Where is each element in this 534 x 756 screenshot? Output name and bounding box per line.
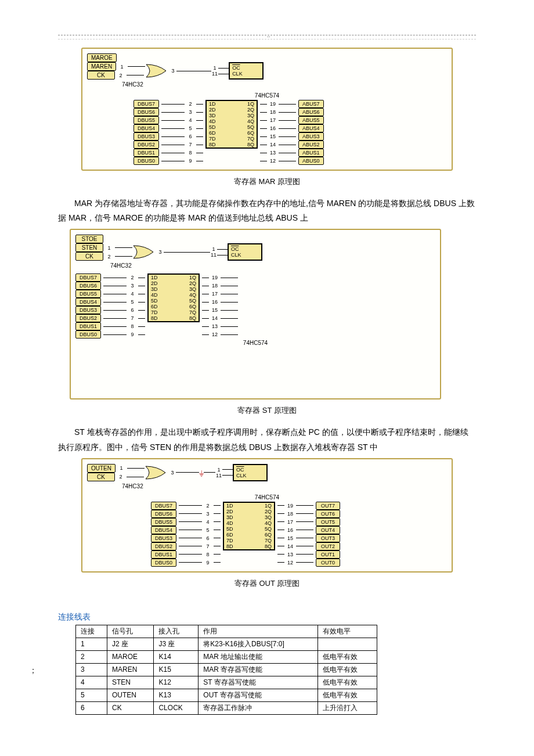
chip-74hc32-label: 74HC32 — [110, 262, 435, 269]
bus-tag: ABUS6 — [298, 108, 324, 116]
signal-tag: STOE — [75, 235, 103, 243]
signal-tag: OUTEN — [87, 464, 116, 473]
bus-tag: DBUS5 — [151, 518, 176, 526]
bus-tag: OUT4 — [316, 526, 340, 534]
table-header: 连接 — [76, 625, 107, 638]
st-diagram: STOE STEN1 CK2 3 1 11 OC CLK 74HC32 DBUS… — [70, 229, 441, 399]
out-diagram: OUTEN1 CK2 3 ⏚ 1 11 OC CLK 74HC32 74HC57… — [81, 458, 453, 573]
chip-74hc32-label: 74HC32 — [122, 81, 447, 88]
bus-tag: DBUS4 — [151, 526, 176, 534]
bus-tag: DBUS1 — [151, 550, 176, 559]
table-header: 有效电平 — [318, 625, 377, 638]
dbus-left-column: DBUS72DBUS63DBUS54DBUS45DBUS36DBUS27DBUS… — [75, 273, 145, 339]
bus-tag: DBUS5 — [75, 290, 101, 298]
bus-tag: ABUS7 — [298, 100, 324, 108]
or-gate-icon — [145, 465, 169, 480]
table-title: 连接线表 — [58, 612, 476, 622]
st-paragraph: ST 堆栈寄存器的作用，是出现中断或子程序调用时，保存断点处 PC 的值，以便中… — [58, 425, 476, 454]
bus-tag: ABUS3 — [298, 132, 324, 141]
out-caption: 寄存器 OUT 原理图 — [58, 578, 476, 589]
bus-tag: DBUS3 — [134, 132, 159, 141]
table-row: 2MAROEK14MAR 地址输出使能低电平有效 — [76, 650, 377, 663]
bus-tag: ABUS0 — [298, 157, 324, 165]
bus-tag: DBUS1 — [75, 322, 101, 330]
table-header: 信号孔 — [107, 625, 154, 638]
chip-74hc574-label: 74HC574 — [255, 494, 279, 501]
mar-diagram: MAROE MAREN1 CK2 3 1 11 OC CLK 74HC32 74… — [81, 48, 453, 171]
ground-icon: ⏚ — [199, 468, 204, 477]
bus-tag: OUT7 — [316, 502, 340, 510]
out-right-column: 19OUT718OUT617OUT516OUT415OUT314OUT213OU… — [277, 502, 340, 567]
bus-tag: DBUS3 — [151, 534, 176, 542]
page-header-rule: .. — [58, 35, 476, 35]
bus-tag: ABUS4 — [298, 124, 324, 132]
bus-tag: ABUS1 — [298, 149, 324, 157]
chip-74hc574-label: 74HC574 — [255, 92, 279, 99]
abus-right-column: 19ABUS718ABUS617ABUS516ABUS415ABUS314ABU… — [260, 100, 324, 165]
bus-tag: DBUS1 — [134, 149, 159, 157]
signal-tag: CK — [87, 71, 115, 80]
bus-tag: DBUS6 — [134, 108, 159, 116]
divider — [58, 39, 476, 39]
bus-tag: OUT5 — [316, 518, 340, 526]
bus-tag: DBUS7 — [151, 502, 176, 510]
bus-tag: DBUS6 — [151, 510, 176, 518]
header-marker: .. — [267, 32, 270, 38]
right-pins-column: 1918171615141312 — [202, 273, 238, 339]
bus-tag: DBUS7 — [75, 273, 101, 282]
table-row: 6CKCLOCK寄存器工作脉冲上升沿打入 — [76, 701, 377, 714]
or-gate-icon — [132, 244, 157, 260]
table-row: 3MARENK15MAR 寄存器写使能低电平有效 — [76, 663, 377, 676]
bus-tag: DBUS2 — [134, 141, 159, 149]
bus-tag: DBUS3 — [75, 306, 101, 314]
mar-paragraph: MAR 为存储器地址寄存器，其功能是存储操作数在内存中的地址,信号 MAREN … — [58, 196, 476, 225]
signal-tag: CK — [87, 473, 115, 481]
bus-tag: ABUS2 — [298, 141, 324, 149]
chip-74hc574-label: 74HC574 — [243, 340, 268, 346]
bus-tag: DBUS0 — [151, 559, 176, 567]
signal-tag: STEN — [75, 243, 103, 252]
mar-caption: 寄存器 MAR 原理图 — [58, 177, 476, 187]
dbus-left-column: DBUS72DBUS63DBUS54DBUS45DBUS36DBUS27DBUS… — [151, 502, 221, 567]
st-caption: 寄存器 ST 原理图 — [58, 405, 476, 416]
bus-tag: OUT0 — [316, 559, 340, 567]
bus-tag: DBUS2 — [151, 542, 176, 550]
table-header: 作用 — [199, 625, 318, 638]
bus-tag: DBUS5 — [134, 116, 159, 124]
bus-tag: DBUS6 — [75, 282, 101, 290]
bus-tag: OUT6 — [316, 510, 340, 518]
table-row: 4STENK12ST 寄存器写使能低电平有效 — [76, 676, 377, 689]
bus-tag: DBUS7 — [134, 100, 159, 108]
bus-tag: OUT2 — [316, 542, 340, 550]
or-gate-icon — [145, 63, 169, 78]
wiring-table: 连接信号孔接入孔作用有效电平 1J2 座J3 座将K23-K16接入DBUS[7… — [75, 625, 377, 715]
table-row: 5OUTENK13OUT 寄存器写使能低电平有效 — [76, 689, 377, 701]
bus-tag: DBUS4 — [134, 124, 159, 132]
signal-tag: MAREN — [87, 62, 116, 71]
table-row: 1J2 座J3 座将K23-K16接入DBUS[7:0] — [76, 638, 377, 650]
signal-tag: CK — [75, 252, 103, 261]
bus-tag: DBUS0 — [75, 330, 101, 339]
bus-tag: ABUS5 — [298, 116, 324, 124]
signal-tag: MAROE — [87, 53, 117, 62]
table-header: 接入孔 — [154, 625, 199, 638]
bus-tag: OUT3 — [316, 534, 340, 542]
bus-tag: OUT1 — [316, 550, 340, 559]
dbus-left-column: DBUS72DBUS63DBUS54DBUS45DBUS36DBUS27DBUS… — [134, 100, 203, 165]
bus-tag: DBUS2 — [75, 314, 101, 322]
bus-tag: DBUS0 — [134, 157, 159, 165]
bus-tag: DBUS4 — [75, 298, 101, 306]
chip-74hc32-label: 74HC32 — [122, 483, 447, 489]
